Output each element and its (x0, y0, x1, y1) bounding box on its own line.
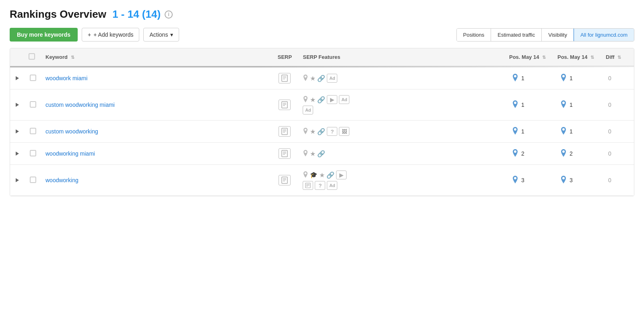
col-serp: SERP (270, 48, 299, 66)
pos1-cell-4: 2 (505, 143, 553, 165)
tab-all-for[interactable]: All for lignumcd.com (574, 28, 634, 42)
page-title: Rankings Overview 1 - 14 (14) (10, 8, 161, 21)
pin-icon-pos1-5 (512, 176, 519, 185)
col-pos2[interactable]: Pos. May 14 ⇅ (553, 48, 602, 66)
svg-rect-16 (282, 177, 287, 183)
serp-cell-2[interactable] (270, 89, 299, 121)
feat-star-1: ★ (310, 75, 316, 82)
actions-button[interactable]: Actions ▾ (143, 28, 179, 42)
tab-visibility[interactable]: Visibility (542, 29, 574, 41)
row-checkbox-5[interactable] (30, 177, 36, 183)
serp-cell-1[interactable] (270, 67, 299, 89)
expand-cell-4[interactable] (10, 143, 25, 165)
col-diff[interactable]: Diff ⇅ (602, 48, 634, 66)
diff-cell-4: 0 (602, 143, 634, 165)
expand-cell-1[interactable] (10, 67, 25, 89)
info-icon[interactable]: i (165, 10, 173, 19)
expand-cell-3[interactable] (10, 121, 25, 143)
feat-question-sub-5: ? (315, 181, 325, 190)
serp-features-cell-4: ★ 🔗 (299, 143, 505, 165)
feat-star-2: ★ (310, 96, 316, 104)
svg-rect-4 (282, 102, 287, 108)
pin-icon-pos2-1 (560, 74, 567, 83)
pos2-value-3: 1 (570, 128, 573, 135)
pos1-cell-2: 1 (505, 89, 553, 121)
serp-cell-3[interactable] (270, 121, 299, 143)
keyword-cell-5[interactable]: woodworking (41, 165, 270, 196)
feat-link-2: 🔗 (317, 96, 325, 104)
rankings-table: Keyword ⇅ SERP SERP Features Pos. May 14… (10, 48, 634, 196)
pos2-value-4: 2 (570, 150, 573, 157)
tab-estimated-traffic[interactable]: Estimated traffic (491, 29, 542, 41)
feat-star-3: ★ (310, 128, 316, 135)
select-all-checkbox[interactable] (29, 53, 35, 60)
checkbox-cell-2[interactable] (25, 89, 41, 121)
pos2-value-2: 1 (570, 102, 573, 108)
table-header-row: Keyword ⇅ SERP SERP Features Pos. May 14… (10, 48, 634, 66)
keyword-cell-3[interactable]: custom woodworking (41, 121, 270, 143)
pin-icon-pos1-4 (512, 149, 519, 158)
col-keyword[interactable]: Keyword ⇅ (41, 48, 270, 66)
add-keywords-button[interactable]: + + Add keywords (82, 28, 139, 42)
table-row: custom woodworking ★ 🔗 (10, 121, 634, 143)
diff-cell-5: 0 (602, 165, 634, 196)
col-pos1[interactable]: Pos. May 14 ⇅ (505, 48, 553, 66)
serp-cell-4[interactable] (270, 143, 299, 165)
diff-cell-3: 0 (602, 121, 634, 143)
chevron-down-icon: ▾ (170, 31, 173, 38)
pos1-value-5: 3 (521, 177, 524, 183)
serp-cell-5[interactable] (270, 165, 299, 196)
pin-icon-pos1-2 (512, 100, 519, 109)
row-checkbox-4[interactable] (30, 150, 36, 156)
feat-map-pin-4 (303, 150, 308, 157)
feat-map-pin-5 (303, 171, 308, 179)
checkbox-cell-5[interactable] (25, 165, 41, 196)
expand-icon-3 (16, 129, 19, 133)
serp-features-cell-1: ★ 🔗 Ad (299, 67, 505, 89)
checkbox-cell-4[interactable] (25, 143, 41, 165)
checkbox-cell-1[interactable] (25, 67, 41, 89)
view-tabs: Positions Estimated traffic Visibility A… (456, 28, 634, 42)
feat-map-pin-2 (303, 96, 308, 103)
checkbox-cell-3[interactable] (25, 121, 41, 143)
pin-icon-pos2-2 (560, 100, 567, 109)
table-row: woodwork miami (10, 67, 634, 89)
diff-cell-1: 0 (602, 67, 634, 89)
serp-features-cell-3: ★ 🔗 ? 🖼 (299, 121, 505, 143)
feat-video-2: ▶ (327, 95, 337, 104)
serp-features-cell-5: 🎓 ★ 🔗 ▶ ? Ad (299, 165, 505, 196)
expand-cell-5[interactable] (10, 165, 25, 196)
pos2-cell-1: 1 (553, 67, 602, 89)
buy-keywords-button[interactable]: Buy more keywords (10, 28, 78, 42)
keyword-cell-4[interactable]: woodworking miami (41, 143, 270, 165)
pos1-cell-5: 3 (505, 165, 553, 196)
pos2-cell-2: 1 (553, 89, 602, 121)
expand-cell-2[interactable] (10, 89, 25, 121)
expand-icon-4 (16, 152, 19, 156)
table-body: woodwork miami (10, 67, 634, 196)
keyword-cell-1[interactable]: woodwork miami (41, 67, 270, 89)
toolbar: Buy more keywords + + Add keywords Actio… (10, 28, 634, 42)
expand-icon-2 (16, 103, 19, 107)
table-row: custom woodworking miami ★ 🔗 (10, 89, 634, 121)
feat-link-3: 🔗 (317, 128, 325, 135)
pos1-cell-3: 1 (505, 121, 553, 143)
tab-positions[interactable]: Positions (457, 29, 491, 41)
plus-icon: + (88, 31, 91, 38)
count-range: 1 - 14 (112, 8, 139, 20)
keyword-cell-2[interactable]: custom woodworking miami (41, 89, 270, 121)
feat-map-pin-1 (303, 75, 308, 82)
pos1-value-1: 1 (521, 75, 524, 81)
row-checkbox-3[interactable] (30, 128, 36, 134)
actions-label: Actions (149, 31, 168, 38)
col-serp-features: SERP Features (299, 48, 505, 66)
row-checkbox-1[interactable] (30, 75, 36, 81)
feat-map-pin-3 (303, 128, 308, 135)
col-expand (10, 48, 25, 66)
svg-rect-0 (282, 75, 287, 81)
serp-doc-icon-3 (279, 126, 291, 137)
col-checkbox (25, 48, 41, 66)
table-row: woodworking miami ★ 🔗 (10, 143, 634, 165)
feat-link-1: 🔗 (317, 75, 325, 82)
row-checkbox-2[interactable] (30, 101, 36, 108)
